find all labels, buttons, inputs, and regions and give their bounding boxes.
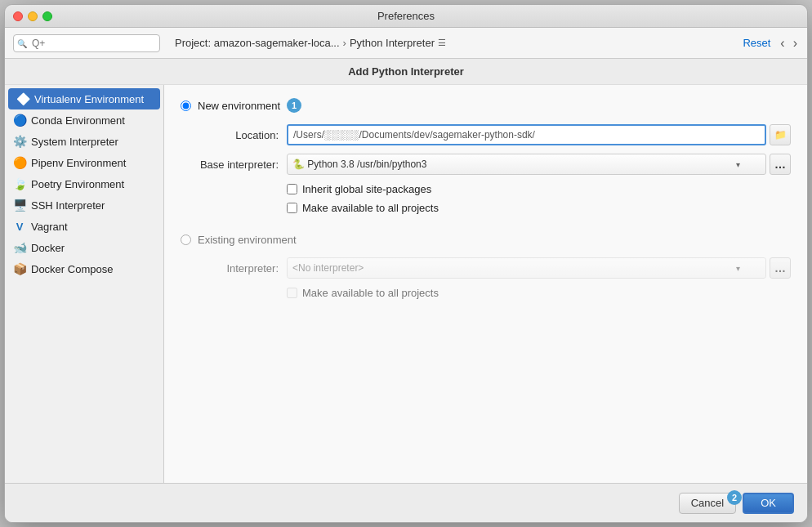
make-available-checkbox-row: Make available to all projects (287, 202, 791, 214)
breadcrumb-icon: ☰ (438, 38, 446, 48)
new-environment-radio[interactable] (181, 100, 191, 111)
search-wrapper (13, 34, 160, 52)
location-input[interactable] (287, 124, 766, 145)
existing-environment-header: Existing environment (181, 234, 791, 246)
make-available-checkbox[interactable] (287, 203, 297, 213)
forward-button[interactable]: › (792, 36, 799, 51)
docker-icon: 🐋 (13, 241, 26, 254)
toolbar-actions: Reset ‹ › (739, 35, 799, 51)
pipenv-icon: 🟠 (13, 156, 26, 169)
location-row: Location: 📁 (181, 124, 791, 145)
interpreter-label: Interpreter: (181, 262, 287, 275)
close-button[interactable] (13, 11, 23, 21)
inherit-checkbox-row: Inherit global site-packages (287, 183, 791, 195)
step1-badge: 1 (287, 98, 301, 113)
interpreter-wrapper: <No interpreter> ▾ … (287, 257, 791, 279)
new-environment-label: New environment (198, 100, 280, 112)
preferences-window: Preferences Project: amazon-sagemaker-lo… (4, 4, 808, 523)
dialog-title: Add Python Interpreter (348, 65, 464, 78)
base-interpreter-row: Base interpreter: 🐍 Python 3.8 /usr/bin/… (181, 154, 791, 175)
sidebar-item-system[interactable]: ⚙️ System Interpreter (5, 131, 163, 152)
sidebar-item-pipenv[interactable]: 🟠 Pipenv Environment (5, 152, 163, 173)
ok-button[interactable]: OK (743, 493, 794, 514)
reset-button[interactable]: Reset (739, 35, 774, 51)
interpreter-select[interactable]: <No interpreter> (287, 257, 766, 279)
sidebar-item-ssh[interactable]: 🖥️ SSH Interpreter (5, 194, 163, 216)
existing-environment-section: Existing environment Interpreter: <No in… (181, 234, 791, 299)
search-input[interactable] (13, 34, 160, 52)
maximize-button[interactable] (42, 11, 52, 21)
system-icon: ⚙️ (13, 135, 26, 148)
base-interpreter-label: Base interpreter: (181, 159, 287, 171)
interpreter-select-wrapper: <No interpreter> ▾ (287, 257, 766, 279)
base-interpreter-more-button[interactable]: … (770, 154, 791, 175)
existing-environment-radio[interactable] (181, 234, 191, 245)
step2-badge: 2 (727, 490, 742, 505)
sidebar-item-label: System Interpreter (31, 136, 118, 148)
base-interpreter-wrapper: 🐍 Python 3.8 /usr/bin/python3 ▾ … (287, 154, 791, 175)
window-title: Preferences (377, 10, 435, 22)
breadcrumb-page: Python Interpreter (350, 37, 435, 49)
interpreter-row: Interpreter: <No interpreter> ▾ … (181, 257, 791, 279)
sidebar-item-label: SSH Interpreter (31, 199, 105, 212)
make-available2-checkbox[interactable] (287, 288, 297, 298)
location-input-wrapper: 📁 (287, 124, 791, 145)
main-content: 🔷 Virtualenv Environment 🔵 Conda Environ… (5, 85, 807, 483)
sidebar: 🔷 Virtualenv Environment 🔵 Conda Environ… (5, 85, 164, 483)
sidebar-item-vagrant[interactable]: V Vagrant (5, 216, 163, 237)
virtualenv-icon: 🔷 (16, 92, 29, 105)
conda-icon: 🔵 (13, 114, 26, 127)
docker-compose-icon: 📦 (13, 262, 26, 275)
sidebar-item-poetry[interactable]: 🍃 Poetry Environment (5, 173, 163, 194)
section-divider (181, 221, 791, 234)
poetry-icon: 🍃 (13, 177, 26, 190)
sidebar-item-label: Virtualenv Environment (34, 93, 144, 105)
breadcrumb: Project: amazon-sagemaker-loca... › Pyth… (175, 37, 733, 49)
sidebar-item-docker[interactable]: 🐋 Docker (5, 237, 163, 258)
base-interpreter-select[interactable]: 🐍 Python 3.8 /usr/bin/python3 (287, 154, 766, 175)
ssh-icon: 🖥️ (13, 199, 26, 212)
base-interpreter-select-wrapper: 🐍 Python 3.8 /usr/bin/python3 ▾ (287, 154, 766, 175)
new-environment-header: New environment 1 (181, 98, 791, 113)
inherit-checkbox[interactable] (287, 184, 297, 194)
sidebar-item-label: Docker Compose (31, 263, 113, 275)
location-label: Location: (181, 129, 287, 141)
footer: 2 Cancel OK (5, 483, 807, 522)
sidebar-item-conda[interactable]: 🔵 Conda Environment (5, 109, 163, 131)
make-available-label: Make available to all projects (302, 202, 439, 214)
sidebar-item-label: Vagrant (31, 221, 68, 233)
sidebar-item-label: Docker (31, 242, 65, 254)
more-icon: … (774, 261, 786, 275)
minimize-button[interactable] (28, 11, 38, 21)
inherit-label: Inherit global site-packages (302, 183, 431, 195)
breadcrumb-separator: › (343, 37, 346, 49)
make-available2-label: Make available to all projects (302, 287, 439, 299)
folder-icon: 📁 (774, 129, 787, 141)
sidebar-item-label: Pipenv Environment (31, 157, 126, 169)
existing-environment-label: Existing environment (198, 234, 297, 246)
vagrant-icon: V (13, 220, 26, 233)
toolbar: Project: amazon-sagemaker-loca... › Pyth… (5, 28, 807, 59)
more-icon: … (774, 158, 786, 171)
traffic-lights (13, 11, 52, 21)
sidebar-item-label: Conda Environment (31, 114, 125, 127)
location-browse-button[interactable]: 📁 (770, 124, 791, 145)
dialog-title-bar: Add Python Interpreter (5, 59, 807, 85)
make-available2-checkbox-row: Make available to all projects (287, 287, 791, 299)
title-bar: Preferences (5, 5, 807, 28)
sidebar-item-virtualenv[interactable]: 🔷 Virtualenv Environment (8, 88, 160, 109)
sidebar-item-label: Poetry Environment (31, 178, 124, 190)
content-area: New environment 1 Location: 📁 Base inter… (164, 85, 807, 483)
breadcrumb-project: Project: amazon-sagemaker-loca... (175, 37, 340, 49)
sidebar-item-docker-compose[interactable]: 📦 Docker Compose (5, 258, 163, 279)
back-button[interactable]: ‹ (779, 36, 786, 51)
interpreter-more-button[interactable]: … (770, 257, 791, 279)
